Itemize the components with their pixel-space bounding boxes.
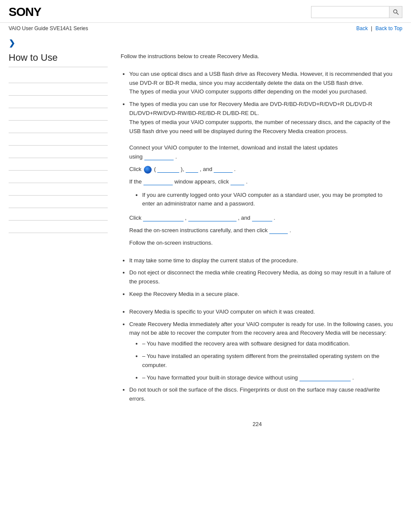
svg-point-0: [393, 10, 397, 13]
list-item-optical: You can use optical discs and a USB flas…: [129, 70, 394, 96]
step1-text: Connect your VAIO computer to the Intern…: [129, 143, 394, 162]
important-specific: Recovery Media is specific to your VAIO …: [129, 308, 394, 317]
svg-line-1: [396, 13, 399, 15]
sidebar-item-3[interactable]: [9, 96, 108, 108]
bullet-list-1: You can use optical discs and a USB flas…: [129, 70, 394, 136]
start-icon: [144, 166, 152, 174]
important-create: Create Recovery Media immediately after …: [129, 320, 394, 383]
step4-link2[interactable]: [188, 215, 237, 221]
update-link[interactable]: [144, 153, 174, 160]
note-item: If you are currently logged onto your VA…: [142, 191, 394, 209]
dash-list: You have modified the recovery area with…: [142, 339, 394, 382]
search-icon: [393, 9, 399, 15]
guide-title: VAIO User Guide SVE14A1 Series: [9, 25, 88, 31]
sidebar-item-8[interactable]: [9, 158, 108, 171]
sidebar-item-12[interactable]: [9, 208, 108, 221]
sidebar-item-11[interactable]: [9, 196, 108, 208]
step5-link[interactable]: [269, 227, 288, 234]
sidebar-item-7[interactable]: [9, 146, 108, 158]
content-intro: Follow the instructions below to create …: [121, 52, 394, 61]
search-box[interactable]: [311, 6, 402, 18]
nav-links: Back | Back to Top: [356, 25, 402, 31]
sidebar-item-10[interactable]: [9, 183, 108, 196]
search-input[interactable]: [311, 6, 389, 18]
step2-link1[interactable]: [157, 166, 179, 173]
sidebar-title: How to Use: [9, 52, 108, 67]
step6-text: Follow the on-screen instructions.: [129, 239, 394, 248]
bullet-list-3: Recovery Media is specific to your VAIO …: [129, 308, 394, 404]
search-button[interactable]: [389, 6, 402, 18]
section-notes: It may take some time to display the cur…: [121, 256, 394, 299]
nav-separator: |: [371, 25, 372, 31]
sidebar-item-1[interactable]: [9, 71, 108, 83]
step4-link1[interactable]: [143, 215, 184, 221]
sidebar-item-5[interactable]: [9, 121, 108, 133]
sony-logo: SONY: [9, 5, 41, 19]
step2-link3[interactable]: [214, 166, 232, 173]
list-item-media-types: The types of media you can use for Recov…: [129, 100, 394, 136]
sidebar: How to Use: [9, 48, 108, 442]
header: SONY: [0, 0, 411, 23]
content-area: Follow the instructions below to create …: [108, 48, 402, 442]
sidebar-item-9[interactable]: [9, 171, 108, 183]
bullet-list-2: It may take some time to display the cur…: [129, 256, 394, 299]
section-steps: Connect your VAIO computer to the Intern…: [129, 143, 394, 247]
sub-header: VAIO User Guide SVE14A1 Series Back | Ba…: [0, 23, 411, 34]
dash3-link[interactable]: [299, 374, 351, 381]
main-layout: How to Use Follow the instructions below…: [0, 48, 411, 442]
note-secure: Keep the Recovery Media in a secure plac…: [129, 290, 394, 299]
step4-text: Click , , and .: [129, 214, 394, 223]
sidebar-item-4[interactable]: [9, 108, 108, 121]
step5-text: Read the on-screen instructions carefull…: [129, 226, 394, 235]
step3-link[interactable]: [143, 178, 173, 185]
sidebar-item-13[interactable]: [9, 221, 108, 233]
breadcrumb-arrow: ❯: [0, 34, 411, 48]
note-block: If you are currently logged onto your VA…: [129, 191, 394, 209]
step4-link3[interactable]: [252, 215, 272, 221]
step3-click-link[interactable]: [230, 178, 245, 185]
dash-item-2: You have installed an operating system d…: [142, 352, 394, 370]
back-link[interactable]: Back: [356, 25, 368, 31]
sidebar-item-2[interactable]: [9, 83, 108, 96]
step2-text: Click ( ), , and .: [129, 165, 394, 174]
dash-item-3: You have formatted your built-in storage…: [142, 373, 394, 383]
sidebar-item-6[interactable]: [9, 133, 108, 146]
section-media-types: You can use optical discs and a USB flas…: [121, 70, 394, 136]
important-touch: Do not touch or soil the surface of the …: [129, 386, 394, 404]
note-time: It may take some time to display the cur…: [129, 256, 394, 265]
note-list: If you are currently logged onto your VA…: [142, 191, 394, 209]
back-to-top-link[interactable]: Back to Top: [376, 25, 402, 31]
note-eject: Do not eject or disconnect the media whi…: [129, 268, 394, 286]
step3-text: If the window appears, click .: [129, 177, 394, 187]
search-container: [311, 6, 402, 18]
section-important: Recovery Media is specific to your VAIO …: [121, 308, 394, 404]
page-number: 224: [121, 411, 394, 433]
step2-link2[interactable]: [186, 166, 198, 173]
dash-item-1: You have modified the recovery area with…: [142, 339, 394, 348]
